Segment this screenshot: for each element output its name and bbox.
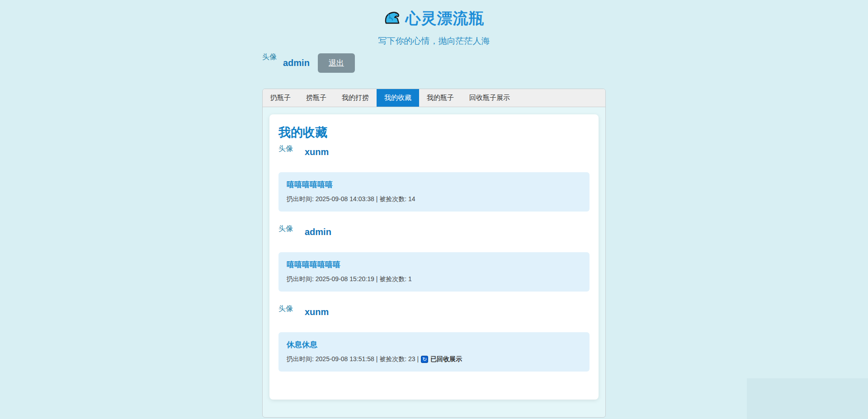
entry-username: xunm bbox=[305, 147, 329, 157]
page-header: 心灵漂流瓶 写下你的心情，抛向茫茫人海 bbox=[0, 0, 868, 47]
bottle-meta-text: 扔出时间: 2025-09-08 13:51:58 | 被捡次数: 23 | bbox=[287, 355, 419, 363]
logout-link[interactable]: 退出 bbox=[329, 59, 344, 67]
tab-recycled-display[interactable]: 回收瓶子展示 bbox=[462, 89, 518, 107]
entry-user-row: 头像 admin bbox=[278, 223, 590, 243]
entry-user-row: 头像 xunm bbox=[278, 303, 590, 323]
main-container: 头像 admin 退出 扔瓶子 捞瓶子 我的打捞 我的收藏 我的瓶子 回收瓶子展… bbox=[262, 52, 606, 419]
user-avatar: 头像 bbox=[262, 52, 277, 62]
logout-button[interactable]: 退出 bbox=[318, 53, 355, 73]
corner-overlay-artifact bbox=[747, 378, 868, 419]
recycled-badge-label: 已回收展示 bbox=[430, 355, 462, 363]
recycle-icon: ↻ bbox=[421, 356, 428, 363]
main-panel: 扔瓶子 捞瓶子 我的打捞 我的收藏 我的瓶子 回收瓶子展示 我的收藏 头像 xu… bbox=[262, 89, 606, 418]
bottle-card: 嘻嘻嘻嘻嘻嘻 扔出时间: 2025-09-08 14:03:38 | 被捡次数:… bbox=[278, 172, 590, 212]
favorites-content-card: 我的收藏 头像 xunm 嘻嘻嘻嘻嘻嘻 扔出时间: 2025-09-08 14:… bbox=[269, 114, 599, 400]
entry-username: xunm bbox=[305, 307, 329, 317]
current-username: admin bbox=[283, 58, 310, 68]
page-title: 我的收藏 bbox=[278, 124, 590, 141]
tab-my-favorites[interactable]: 我的收藏 bbox=[377, 89, 419, 107]
tab-fish-bottle[interactable]: 捞瓶子 bbox=[298, 89, 334, 107]
bottle-meta-text: 扔出时间: 2025-09-08 14:03:38 | 被捡次数: 14 bbox=[287, 195, 415, 203]
app-subtitle: 写下你的心情，抛向茫茫人海 bbox=[0, 35, 868, 47]
tab-my-bottles[interactable]: 我的瓶子 bbox=[419, 89, 462, 107]
bottle-title: 嘻嘻嘻嘻嘻嘻 bbox=[287, 179, 581, 190]
bottle-card: 嘻嘻嘻嘻嘻嘻嘻 扔出时间: 2025-09-08 15:20:19 | 被捡次数… bbox=[278, 252, 590, 292]
user-avatar: 头像 bbox=[278, 144, 293, 154]
entry-username: admin bbox=[305, 227, 331, 237]
tab-my-catches[interactable]: 我的打捞 bbox=[334, 89, 377, 107]
bottle-title: 休息休息 bbox=[287, 339, 581, 350]
bottle-card: 休息休息 扔出时间: 2025-09-08 13:51:58 | 被捡次数: 2… bbox=[278, 332, 590, 372]
user-avatar: 头像 bbox=[278, 224, 293, 234]
user-avatar: 头像 bbox=[278, 304, 293, 314]
entry-user-row: 头像 xunm bbox=[278, 143, 590, 163]
bottle-meta: 扔出时间: 2025-09-08 14:03:38 | 被捡次数: 14 bbox=[287, 195, 581, 203]
app-title: 心灵漂流瓶 bbox=[406, 8, 485, 29]
bottle-title: 嘻嘻嘻嘻嘻嘻嘻 bbox=[287, 259, 581, 270]
wave-icon bbox=[384, 10, 401, 27]
tab-throw-bottle[interactable]: 扔瓶子 bbox=[263, 89, 298, 107]
bottle-meta: 扔出时间: 2025-09-08 13:51:58 | 被捡次数: 23 | ↻… bbox=[287, 355, 581, 363]
tab-bar: 扔瓶子 捞瓶子 我的打捞 我的收藏 我的瓶子 回收瓶子展示 bbox=[263, 89, 605, 107]
bottle-meta: 扔出时间: 2025-09-08 15:20:19 | 被捡次数: 1 bbox=[287, 275, 581, 283]
user-bar: 头像 admin 退出 bbox=[262, 52, 606, 74]
bottle-meta-text: 扔出时间: 2025-09-08 15:20:19 | 被捡次数: 1 bbox=[287, 275, 412, 283]
